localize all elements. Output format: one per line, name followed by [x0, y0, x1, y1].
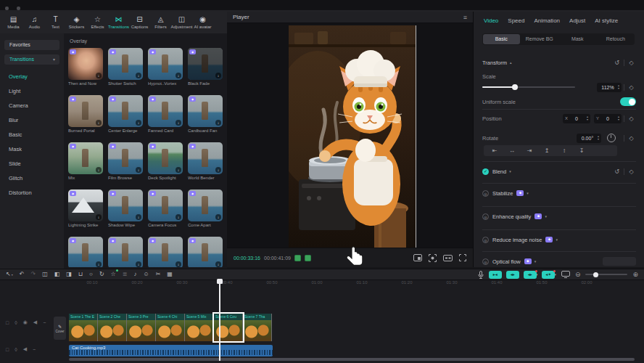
track-header-icon[interactable]: ◉ [23, 319, 28, 325]
timeline-tool-icon[interactable]: ○ [89, 269, 93, 280]
inspector-tab[interactable]: Animation [534, 17, 560, 24]
optical-flow-action-button[interactable] [603, 257, 636, 266]
playhead-line[interactable] [219, 284, 220, 361]
focus-icon[interactable] [429, 254, 437, 262]
sidebar-item[interactable]: Distortion [9, 186, 32, 200]
toolbar-item[interactable]: ◫ Adjustment [171, 15, 192, 29]
timeline-tool-icon[interactable]: ≣ [123, 269, 128, 280]
playhead-handle[interactable] [217, 279, 223, 284]
reset-icon[interactable]: ↺ [612, 167, 622, 176]
timeline-tool-icon[interactable]: ◫ [42, 269, 48, 280]
toolbar-item[interactable]: ◈ Stickers [66, 15, 87, 29]
chevron-down-icon[interactable]: ▾ [556, 237, 558, 242]
scale-stepper[interactable]: ▴▾ [618, 84, 619, 90]
sidebar-item[interactable]: Basic [9, 128, 32, 142]
video-clip[interactable]: Scene 7 Tha [243, 314, 272, 341]
ratio-icon[interactable] [413, 254, 422, 261]
toolbar-item[interactable]: ☆ Effects [87, 15, 108, 29]
align-icon[interactable]: ↔ [505, 147, 519, 154]
rotate-value-box[interactable]: 0.00° ▴▾ [577, 134, 601, 143]
transition-card[interactable]: ◆ ↓ Mix [68, 142, 103, 182]
timeline-zoom-slider[interactable] [585, 274, 627, 275]
transition-card[interactable]: ◆ ↓ Lightning Strike [68, 189, 103, 229]
timeline-teal-button[interactable]: ▸◂ [489, 271, 502, 279]
timeline-tool-icon[interactable]: ↻ [99, 269, 104, 280]
sidebar-item[interactable]: Slide [9, 157, 32, 171]
toolbar-item[interactable]: ⊟ Captions [129, 15, 150, 29]
quality-icon[interactable] [443, 255, 453, 261]
timeline-scrollbar[interactable] [69, 358, 635, 361]
reset-icon[interactable]: ↺ [612, 58, 622, 68]
position-y-stepper[interactable]: ▴▾ [618, 115, 619, 121]
track-header-icon[interactable]: ◊ [15, 347, 17, 352]
timeline-tool-icon[interactable]: ✂ [156, 269, 161, 280]
rotate-dial-icon[interactable] [607, 134, 616, 142]
sidebar-item[interactable]: Light [9, 84, 32, 99]
fullscreen-icon[interactable] [459, 254, 466, 261]
transition-card[interactable]: ◆ ↓ Come Apart [188, 189, 223, 229]
video-preview[interactable] [289, 25, 416, 248]
timeline-tool-icon[interactable]: ☆ [111, 269, 116, 280]
transition-card[interactable]: ◆ ↓ [68, 237, 103, 267]
keyframe-icon[interactable]: ◇ [627, 134, 636, 143]
toolbar-item[interactable]: ◬ Filters [150, 15, 171, 29]
sidebar-favorites[interactable]: Favorites [4, 40, 59, 50]
timeline-teal-button[interactable]: ◂✦ [542, 271, 555, 279]
stabilize-icon[interactable]: ◎ [482, 190, 489, 197]
timeline-ruler[interactable]: 00:1000:2000:3000:4000:5001:0001:1001:20… [70, 280, 609, 285]
timeline-tool-icon[interactable]: ↷ [30, 269, 36, 280]
transition-card[interactable]: ◆ ↓ Fanned Card [148, 95, 183, 134]
collapse-icon[interactable]: ▴ [510, 60, 512, 65]
scale-slider[interactable] [482, 86, 575, 88]
video-clip[interactable]: Scene 6 Cou [214, 314, 243, 341]
transition-card[interactable]: ◆ ↓ [108, 237, 143, 267]
video-clip[interactable]: Scene 3 Pre [127, 314, 156, 341]
cover-button[interactable]: ✎ Cover [54, 317, 66, 340]
position-x-box[interactable]: X 0 ▴▾ [563, 114, 590, 123]
toolbar-item[interactable]: ♫ Audio [24, 15, 45, 29]
zoom-slider-knob[interactable] [593, 272, 598, 277]
timeline-tool-icon[interactable]: ↖▾ [6, 269, 13, 280]
transition-card[interactable]: ◆ ↓ Cardboard Fan [188, 95, 223, 134]
position-y-box[interactable]: Y 0 ▴▾ [594, 114, 622, 123]
rotate-stepper[interactable]: ▴▾ [598, 135, 599, 141]
keyframe-icon[interactable]: ◇ [627, 83, 636, 92]
reduce-noise-icon[interactable]: ◎ [482, 237, 489, 243]
transition-card[interactable]: ◆ ↓ Shadow Wipe [108, 189, 143, 229]
audio-clip[interactable]: Cat Cooking.mp3 [69, 345, 273, 356]
align-icon[interactable]: ↕ [557, 147, 571, 154]
sidebar-item[interactable]: Blur [9, 113, 32, 128]
zoom-in-icon[interactable]: ⊕ [632, 271, 638, 278]
timeline-tool-icon[interactable]: ▦ [167, 269, 173, 280]
track-header-icon[interactable]: □ [6, 347, 9, 352]
transition-card[interactable]: ◆ ↓ [148, 237, 183, 267]
enhance-quality-icon[interactable]: ◎ [482, 213, 489, 220]
toolbar-item[interactable]: ⋈ Transitions [108, 15, 129, 29]
keyframe-icon[interactable]: ◇ [627, 167, 636, 176]
zoom-out-icon[interactable]: ⊖ [575, 271, 581, 278]
timeline-tool-icon[interactable]: ◧ [54, 269, 60, 280]
video-clip[interactable]: Scene 1 The E [69, 314, 98, 341]
transition-card[interactable]: ◆ ↓ Black Fade [188, 48, 223, 87]
chevron-down-icon[interactable]: ▾ [527, 191, 529, 195]
chevron-down-icon[interactable]: ▾ [509, 169, 511, 174]
sidebar-category-dropdown[interactable]: Transitions ▾ [4, 54, 59, 65]
inspector-tab[interactable]: Adjust [569, 17, 585, 24]
inspector-subtab[interactable]: Mask [559, 34, 596, 44]
sidebar-item[interactable]: Overlay [9, 70, 32, 84]
inspector-subtab[interactable]: Retouch [598, 34, 635, 44]
timeline-area[interactable]: 00:1000:2000:3000:4000:5001:0001:1001:20… [0, 280, 644, 363]
transition-card[interactable]: ◆ ↓ Camera Focus [148, 189, 183, 229]
preview-monitor-icon[interactable] [561, 271, 570, 278]
quality-chip-icon[interactable] [305, 255, 311, 261]
slider-knob[interactable] [512, 84, 518, 90]
transitions-grid[interactable]: ◆ ↓ Then and Now ◆ ↓ Shutter Switch ◆ [68, 48, 223, 267]
track-header-icon[interactable]: − [33, 347, 36, 352]
proxy-chip-icon[interactable] [294, 255, 301, 261]
align-icon[interactable]: ⇤ [487, 147, 502, 154]
video-clip[interactable]: Scene 2 Che [98, 314, 127, 341]
track-header-icon[interactable]: ◀ [23, 346, 27, 352]
align-icon[interactable]: ↧ [574, 147, 589, 154]
inspector-subtab[interactable]: Basic [483, 34, 520, 44]
optical-flow-icon[interactable]: ◎ [482, 258, 489, 265]
